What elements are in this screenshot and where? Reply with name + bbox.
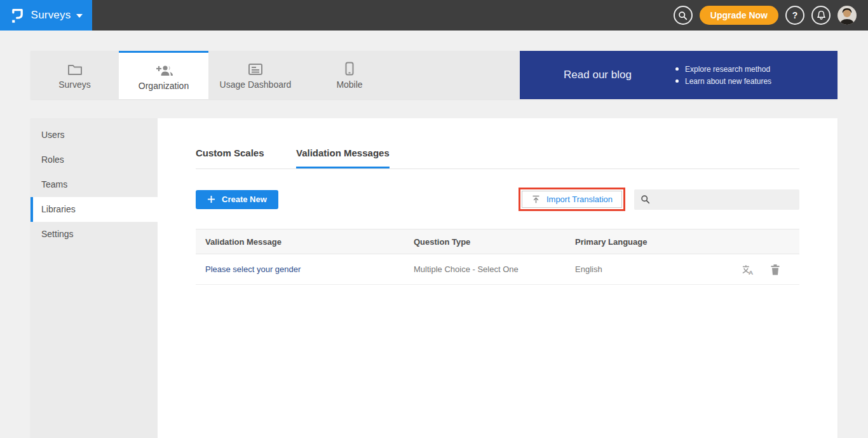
chevron-down-icon <box>76 14 83 18</box>
questionpro-logo-icon <box>10 6 25 25</box>
import-upload-icon <box>531 195 541 204</box>
validation-messages-table: Validation Message Question Type Primary… <box>196 229 799 285</box>
settings-sidebar: Users Roles Teams Libraries Settings <box>31 118 158 438</box>
translate-icon[interactable]: A <box>742 264 754 275</box>
blog-promo-banner[interactable]: Read our blog Explore research method Le… <box>520 51 837 99</box>
toolbar-right: Import Translation <box>519 188 799 211</box>
plus-icon <box>207 195 215 203</box>
blog-promo-title: Read our blog <box>520 69 675 81</box>
nav-tab-surveys[interactable]: Surveys <box>31 51 119 99</box>
libraries-tabs: Custom Scales Validation Messages <box>196 147 799 169</box>
search-icon <box>678 11 688 20</box>
question-mark-icon: ? <box>792 10 798 20</box>
create-new-button[interactable]: Create New <box>196 190 278 209</box>
user-avatar[interactable] <box>837 6 857 25</box>
bell-icon <box>817 10 826 20</box>
nav-tab-label: Usage Dashboard <box>220 79 292 90</box>
tab-custom-scales[interactable]: Custom Scales <box>196 147 264 167</box>
nav-tab-organization[interactable]: Organization <box>119 51 208 99</box>
sidebar-item-settings[interactable]: Settings <box>31 222 158 247</box>
nav-tab-label: Mobile <box>336 79 362 90</box>
header-question-type: Question Type <box>414 237 575 247</box>
import-translation-button[interactable]: Import Translation <box>522 191 622 208</box>
promo-bullet: Learn about new features <box>675 77 771 86</box>
mobile-icon <box>345 60 354 76</box>
nav-tab-label: Organization <box>139 81 189 91</box>
notifications-button[interactable] <box>811 6 831 25</box>
nav-tab-mobile[interactable]: Mobile <box>302 51 397 99</box>
tab-validation-messages[interactable]: Validation Messages <box>296 147 390 168</box>
question-type-cell: Multiple Choice - Select One <box>414 264 575 274</box>
primary-language-cell: English <box>575 264 723 274</box>
dashboard-icon <box>248 60 263 76</box>
main-card: Users Roles Teams Libraries Settings Cus… <box>31 118 837 438</box>
libraries-content: Custom Scales Validation Messages Create… <box>158 118 837 438</box>
nav-tab-usage-dashboard[interactable]: Usage Dashboard <box>208 51 302 99</box>
table-row: Please select your gender Multiple Choic… <box>196 254 799 285</box>
upgrade-now-button[interactable]: Upgrade Now <box>700 6 778 25</box>
promo-bullet: Explore research method <box>675 65 771 74</box>
row-actions: A <box>723 264 799 275</box>
svg-text:A: A <box>749 269 753 275</box>
top-bar: Surveys Upgrade Now ? <box>0 0 868 31</box>
annotation-highlight-box: Import Translation <box>519 188 625 211</box>
sidebar-item-roles[interactable]: Roles <box>31 147 158 172</box>
validation-message-link[interactable]: Please select your gender <box>205 264 301 274</box>
search-icon <box>641 195 650 204</box>
bullet-dot <box>675 79 679 83</box>
delete-icon[interactable] <box>770 264 780 275</box>
table-search <box>634 189 799 210</box>
bullet-dot <box>675 67 679 71</box>
header-primary-language: Primary Language <box>575 237 723 247</box>
topbar-actions: Upgrade Now ? <box>674 6 868 25</box>
nav-tab-label: Surveys <box>58 79 91 90</box>
sidebar-item-libraries[interactable]: Libraries <box>31 197 158 222</box>
toolbar: Create New Import Translation <box>196 188 799 211</box>
blog-promo-bullets: Explore research method Learn about new … <box>675 62 771 89</box>
folder-icon <box>67 60 83 76</box>
sidebar-item-users[interactable]: Users <box>31 123 158 147</box>
module-nav-card: Surveys Organization Usage Dashboard <box>31 51 837 99</box>
product-label: Surveys <box>31 9 71 22</box>
avatar-photo <box>837 6 857 25</box>
search-input[interactable] <box>655 195 793 204</box>
search-button[interactable] <box>674 6 693 25</box>
add-people-icon <box>154 62 173 77</box>
table-header-row: Validation Message Question Type Primary… <box>196 229 799 254</box>
sidebar-item-teams[interactable]: Teams <box>31 172 158 197</box>
product-switcher[interactable]: Surveys <box>0 0 92 31</box>
help-button[interactable]: ? <box>785 6 804 25</box>
header-validation-message: Validation Message <box>196 237 414 247</box>
